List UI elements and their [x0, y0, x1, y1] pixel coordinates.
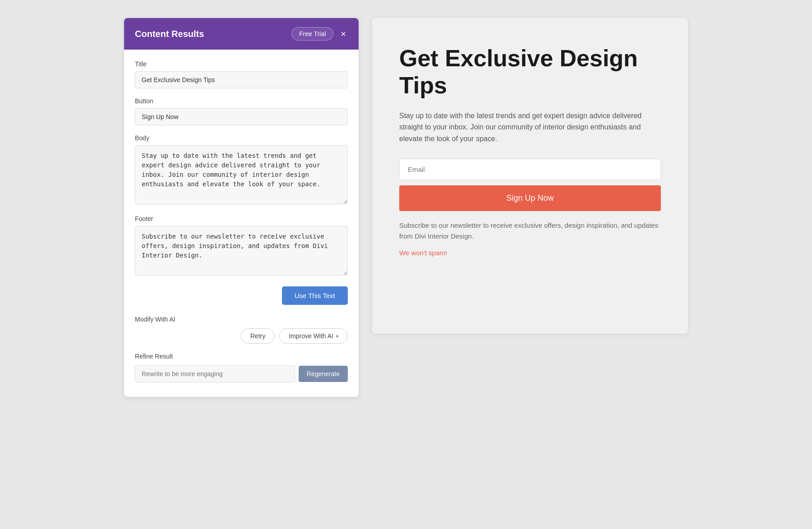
- refine-row: Regenerate: [135, 365, 348, 382]
- footer-textarea[interactable]: Subscribe to our newsletter to receive e…: [135, 226, 348, 276]
- improve-with-ai-button[interactable]: Improve With AI ▾: [279, 328, 348, 344]
- modify-section: Modify With AI Retry Improve With AI ▾: [135, 316, 348, 344]
- free-trial-badge[interactable]: Free Trial: [291, 27, 333, 41]
- retry-button[interactable]: Retry: [241, 328, 275, 344]
- body-label: Body: [135, 134, 348, 142]
- close-button[interactable]: ×: [339, 28, 348, 39]
- use-text-button[interactable]: Use This Text: [282, 286, 348, 305]
- regenerate-button[interactable]: Regenerate: [299, 366, 348, 382]
- content-results-panel: Content Results Free Trial × Title Butto…: [124, 18, 359, 397]
- chevron-down-icon: ▾: [336, 334, 338, 339]
- preview-body: Stay up to date with the latest trends a…: [399, 110, 661, 145]
- header-right: Free Trial ×: [291, 27, 348, 41]
- refine-label: Refine Result: [135, 353, 348, 360]
- title-label: Title: [135, 60, 348, 68]
- email-input[interactable]: [399, 159, 661, 180]
- button-input[interactable]: [135, 108, 348, 125]
- use-text-row: Use This Text: [135, 286, 348, 305]
- body-textarea[interactable]: Stay up to date with the latest trends a…: [135, 145, 348, 204]
- preview-footer: Subscribe to our newsletter to receive e…: [399, 220, 661, 242]
- footer-field-group: Footer Subscribe to our newsletter to re…: [135, 215, 348, 277]
- modify-label: Modify With AI: [135, 316, 348, 323]
- title-field-group: Title: [135, 60, 348, 88]
- modify-buttons: Retry Improve With AI ▾: [135, 328, 348, 344]
- title-input[interactable]: [135, 71, 348, 88]
- refine-section: Refine Result Regenerate: [135, 353, 348, 382]
- no-spam-text: We won't spam!: [399, 249, 661, 257]
- refine-input[interactable]: [135, 365, 295, 382]
- panel-body: Title Button Body Stay up to date with t…: [124, 50, 359, 397]
- footer-label: Footer: [135, 215, 348, 222]
- preview-panel: Get Exclusive Design Tips Stay up to dat…: [372, 18, 688, 334]
- panel-title: Content Results: [135, 29, 204, 39]
- body-field-group: Body Stay up to date with the latest tre…: [135, 134, 348, 206]
- preview-title: Get Exclusive Design Tips: [399, 45, 661, 99]
- button-field-group: Button: [135, 97, 348, 125]
- signup-button[interactable]: Sign Up Now: [399, 185, 661, 211]
- button-label: Button: [135, 97, 348, 105]
- panel-header: Content Results Free Trial ×: [124, 18, 359, 50]
